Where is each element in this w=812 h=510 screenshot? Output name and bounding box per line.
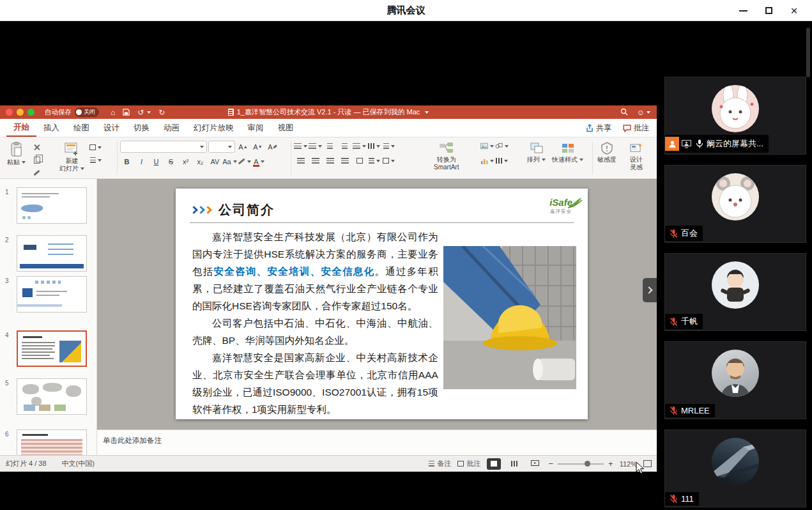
design-ideas-button[interactable]: 设计灵感 <box>627 141 645 172</box>
autosave-toggle[interactable]: 关闭 <box>75 107 99 117</box>
text-highlight-icon[interactable] <box>238 156 251 167</box>
comments-button[interactable]: 批注 <box>623 123 649 134</box>
notes-pane[interactable]: 单击此处添加备注 <box>97 429 657 455</box>
fit-to-window-icon[interactable] <box>643 460 652 467</box>
format-painter-icon[interactable] <box>30 167 43 178</box>
shared-screen-area: 自动保存 关闭 ⌂ ↺ ↻ 1_嘉洋智慧公司技术交流 V2.1 <box>0 21 812 510</box>
tab-transitions[interactable]: 切换 <box>126 119 157 137</box>
slide-thumbnail-3[interactable] <box>17 276 87 313</box>
character-spacing-button[interactable]: AV <box>208 156 222 167</box>
tab-draw[interactable]: 绘图 <box>66 119 96 137</box>
clear-formatting-icon[interactable]: A <box>266 141 279 152</box>
align-right-icon[interactable] <box>323 155 337 166</box>
grow-font-icon[interactable]: A▲ <box>236 141 250 152</box>
increase-indent-icon[interactable] <box>338 141 351 151</box>
chart-icon[interactable] <box>480 155 494 166</box>
vertical-align-icon[interactable] <box>367 155 381 166</box>
slide-counter: 幻灯片 4 / 38 <box>6 459 47 468</box>
strikethrough-button[interactable]: S <box>164 156 178 167</box>
align-text-icon[interactable] <box>353 155 366 166</box>
share-button[interactable]: 共享 <box>586 123 611 134</box>
sensitivity-button[interactable]: 敏感度 <box>595 141 618 165</box>
convert-smartart-button[interactable]: 转换为SmartArt <box>432 141 461 172</box>
font-size-select[interactable] <box>208 141 235 153</box>
autosave-control[interactable]: 自动保存 关闭 <box>45 107 99 117</box>
align-left-icon[interactable] <box>294 155 307 166</box>
shapes-icon[interactable] <box>495 141 509 151</box>
slide-thumbnail-1[interactable] <box>17 187 87 224</box>
text-box-icon[interactable] <box>382 155 395 166</box>
cut-icon[interactable] <box>30 142 43 153</box>
notes-toggle-button[interactable]: 备注 <box>429 459 451 468</box>
sidebar-collapse-handle[interactable] <box>643 278 657 302</box>
slide-thumbnail-2[interactable] <box>17 235 87 272</box>
slide-thumbnail-5[interactable] <box>17 378 87 415</box>
tab-design[interactable]: 设计 <box>96 119 126 137</box>
home-icon[interactable]: ⌂ <box>111 108 115 117</box>
slideshow-view-button[interactable] <box>528 458 542 470</box>
close-button[interactable]: × <box>781 0 807 21</box>
participant-tile[interactable]: 千帆 <box>664 253 806 331</box>
bullets-icon[interactable] <box>294 141 307 151</box>
mac-close-icon[interactable] <box>6 109 13 116</box>
participant-tile-sharer[interactable]: 阚云的屏幕共... <box>664 77 806 155</box>
tab-review[interactable]: 审阅 <box>241 119 271 137</box>
quick-styles-button[interactable]: 快速样式 <box>550 141 585 165</box>
undo-icon[interactable]: ↺ <box>137 108 151 117</box>
slide-thumbnail-4-selected[interactable] <box>17 330 87 367</box>
tab-animations[interactable]: 动画 <box>157 119 187 137</box>
language-indicator[interactable]: 中文(中国) <box>62 459 95 468</box>
leaf-icon <box>567 196 583 209</box>
maximize-button[interactable] <box>756 0 781 21</box>
zoom-out-button[interactable]: − <box>548 459 553 468</box>
participant-tile[interactable]: MRLEE <box>664 341 806 419</box>
slide-thumbnail-6[interactable] <box>17 429 87 455</box>
align-center-icon[interactable] <box>309 155 322 166</box>
copy-icon[interactable] <box>30 155 43 166</box>
mac-minimize-icon[interactable] <box>17 109 24 116</box>
zoom-slider[interactable] <box>558 463 604 465</box>
comments-toggle-button[interactable]: 批注 <box>457 459 480 468</box>
save-icon[interactable] <box>123 109 130 116</box>
zoom-slider-handle[interactable] <box>585 461 590 467</box>
change-case-button[interactable]: Aa <box>223 156 236 167</box>
line-spacing-icon[interactable] <box>353 141 366 151</box>
participant-tile[interactable]: 百会 <box>664 165 806 243</box>
picture-icon[interactable] <box>480 141 494 151</box>
arrange-button[interactable]: 排列 <box>525 141 548 165</box>
tab-view[interactable]: 视图 <box>271 119 301 137</box>
zoom-in-button[interactable]: + <box>608 459 613 468</box>
font-color-button[interactable]: A <box>252 156 266 167</box>
shrink-font-icon[interactable]: A▼ <box>251 141 264 152</box>
slide-sorter-view-button[interactable] <box>507 458 521 470</box>
slide-layout-icon[interactable] <box>89 142 102 153</box>
normal-view-button[interactable] <box>487 458 501 470</box>
subscript-button[interactable]: x₂ <box>194 156 207 167</box>
columns-icon[interactable] <box>367 141 381 151</box>
text-direction-icon[interactable] <box>382 141 395 151</box>
tab-home[interactable]: 开始 <box>6 119 36 137</box>
section-icon[interactable] <box>89 155 102 166</box>
bold-button[interactable]: B <box>120 156 134 167</box>
feedback-smiley-icon[interactable]: ☺ <box>637 108 650 117</box>
italic-button[interactable]: I <box>135 156 148 167</box>
superscript-button[interactable]: x² <box>179 156 192 167</box>
new-slide-button[interactable]: 新建幻灯片 <box>57 141 86 173</box>
tab-slideshow[interactable]: 幻灯片放映 <box>187 119 241 137</box>
search-icon[interactable] <box>620 107 628 118</box>
slide-canvas[interactable]: 公司简介 iSafe 嘉洋安全 嘉洋智慧安全生产科技发展（北京）有限公司作为国内… <box>176 189 588 419</box>
underline-button[interactable]: U <box>149 156 163 167</box>
participant-tile[interactable]: 111 <box>664 429 806 507</box>
minimize-button[interactable] <box>730 0 756 21</box>
paste-button[interactable]: 粘贴 <box>5 141 27 178</box>
tab-insert[interactable]: 插入 <box>36 119 66 137</box>
justify-icon[interactable] <box>338 155 351 166</box>
sidebar-scrollbar[interactable] <box>806 27 810 77</box>
redo-icon[interactable]: ↻ <box>158 108 165 117</box>
table-icon[interactable] <box>495 155 509 166</box>
mac-zoom-icon[interactable] <box>27 109 34 116</box>
decrease-indent-icon[interactable] <box>323 141 337 151</box>
font-name-select[interactable] <box>120 141 207 153</box>
zoom-percentage[interactable]: 112% <box>620 460 637 468</box>
numbering-icon[interactable] <box>309 141 322 151</box>
